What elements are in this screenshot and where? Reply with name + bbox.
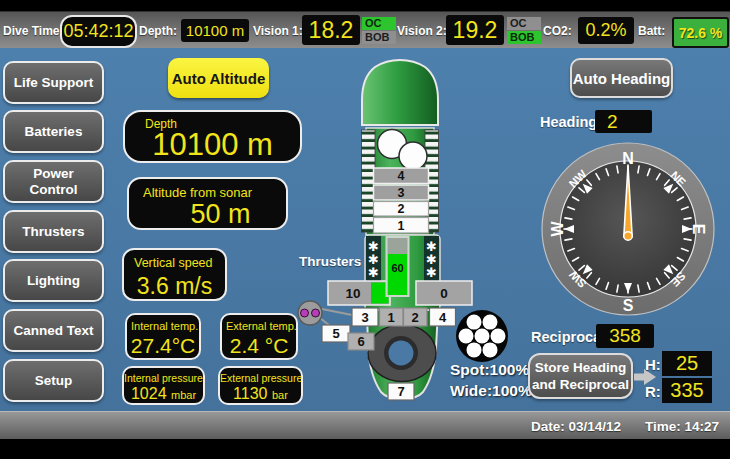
hmi-screen: Dive Time: 05:42:12 Depth: 10100 m Visio… [0,0,730,459]
battery-display: 72.6 % [672,17,729,48]
internal-pressure-value: 1024 mbar [124,385,203,403]
stbd-thrust-value: 0 [440,286,448,301]
light-bulb-icon [475,329,490,344]
vision1-mode: OC BOB [362,17,396,44]
depth-panel-value: 10100 m [125,127,300,163]
compass-label-w: W [549,221,566,237]
external-pressure-label: External pressure [220,372,301,384]
date-display: Date: 03/14/12 [531,418,621,433]
vision2-display: 19.2 [446,15,504,45]
dive-time-display: 05:42:12 [60,15,137,48]
thruster-6-label: 6 [357,334,364,349]
wide-light-value: Wide:100% [450,382,532,400]
vertical-thrust-fill [388,254,407,295]
leader-line [322,309,352,315]
vision1-oc-toggle[interactable]: OC [362,17,396,30]
heading-value-display: 2 [595,110,652,133]
viewport-window [389,341,414,366]
vision1-display: 18.2 [302,15,360,45]
submarine-diagram: 4 3 2 1 ✱ ✱ ✱ ✱ ✱ ✱ 10 0 60 [290,52,530,412]
sub-dome [362,60,438,125]
store-heading-button[interactable]: Store Heading and Reciprocal [528,353,633,399]
sidebar-item-canned-text[interactable]: Canned Text [3,309,104,352]
bottle-4-label: 4 [398,169,405,183]
internal-pressure-unit: mbar [171,389,196,401]
light-bulb-icon [491,329,506,344]
thruster-7-label: 7 [397,384,404,399]
sidebar-item-batteries[interactable]: Batteries [3,110,104,153]
sub-sphere-2 [399,142,427,170]
port-thrust-value: 10 [345,286,360,301]
thruster-4-label: 4 [439,310,447,325]
sidebar-item-thrusters[interactable]: Thrusters [3,210,104,253]
sidebar-item-setup[interactable]: Setup [3,359,104,402]
heading-label: Heading: [540,114,602,130]
stored-heading-display: 25 [662,351,712,376]
bottle-3-label: 3 [398,186,405,200]
battery-label: Batt: [638,24,665,38]
sidebar-item-power-control[interactable]: Power Control [3,160,104,203]
auto-heading-button[interactable]: Auto Heading [570,58,673,98]
external-pressure-value: 1130 bar [220,385,301,403]
light-bulb-icon [459,329,474,344]
compass-label-e: E [690,224,707,235]
internal-temp-label: Internal temp. [131,320,198,332]
vertical-thrust-value: 60 [391,262,403,274]
spot-light-value: Spot:100% [450,361,529,379]
camera-lens-icon [301,309,309,317]
vertical-speed-label: Vertical speed [134,256,213,270]
bottle-2-label: 2 [398,202,405,216]
internal-pressure-label: Internal pressure [124,372,203,384]
altitude-panel-label: Altitude from sonar [143,185,252,200]
internal-temp-panel: Internal temp. 27.4°C [125,313,201,360]
altitude-panel-value: 50 m [129,199,286,230]
internal-pressure-panel: Internal pressure 1024 mbar [122,366,205,405]
thruster-3-label: 3 [361,310,368,325]
sidebar-item-lighting[interactable]: Lighting [3,259,104,302]
light-bulb-icon [467,315,482,330]
vertical-speed-value: 3.6 m/s [124,273,225,300]
bottom-status-bar: OPTO 22 Sub Joystick P/T Joystick Manip … [0,411,730,439]
vision2-mode: OC BOB [507,17,541,44]
external-pressure-unit: bar [272,389,288,401]
external-temp-value: 2.4 °C [222,334,296,358]
altitude-panel: Altitude from sonar 50 m [127,177,288,230]
stored-reciprocal-label: R: [645,383,661,400]
compass-label-n: N [622,150,634,167]
dive-time-label: Dive Time: [3,24,63,38]
compass-label-s: S [623,297,634,314]
thruster-1-label: 1 [387,310,394,325]
stored-reciprocal-display: 335 [662,378,712,403]
reciprocal-value-display: 358 [596,324,654,348]
thruster-5-label: 5 [332,326,339,341]
thruster-2-label: 2 [411,310,418,325]
bottle-1-label: 1 [398,219,405,233]
light-bulb-icon [483,315,498,330]
stored-heading-label: H: [645,356,661,373]
vision2-oc-toggle[interactable]: OC [507,17,541,30]
external-temp-panel: External temp. 2.4 °C [220,313,298,360]
light-bulb-icon [483,342,498,357]
auto-altitude-button[interactable]: Auto Altitude [168,58,269,98]
co2-label: CO2: [543,24,572,38]
thruster-icon: ✱ [426,265,437,280]
co2-display: 0.2% [578,17,634,44]
top-status-bar: Dive Time: 05:42:12 Depth: 10100 m Visio… [0,11,730,49]
compass-needle-base [624,232,632,240]
vision2-bob-toggle[interactable]: BOB [507,31,541,44]
compass: N NE E SE S SW W NW [540,141,716,317]
vision1-label: Vision 1: [253,24,303,38]
thruster-icon: ✱ [368,265,379,280]
light-bulb-icon [467,342,482,357]
external-temp-label: External temp. [226,320,297,332]
depth-label: Depth: [139,24,177,38]
vision1-bob-toggle[interactable]: BOB [362,31,396,44]
vertical-speed-panel: Vertical speed 3.6 m/s [122,248,227,301]
vision2-label: Vision 2: [397,24,447,38]
internal-temp-value: 27.4°C [127,334,199,358]
depth-display: 10100 m [181,19,249,42]
depth-panel: Depth 10100 m [123,110,302,163]
time-display: Time: 14:27 [645,418,719,433]
sidebar-item-life-support[interactable]: Life Support [3,61,104,104]
camera-lens-icon [312,309,320,317]
